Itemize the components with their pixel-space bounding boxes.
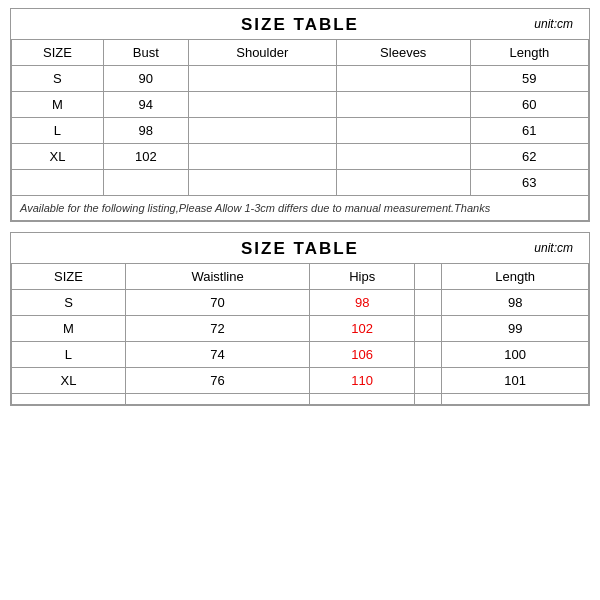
table-cell: 100: [442, 342, 589, 368]
table-cell: XL: [12, 144, 104, 170]
table-cell: [415, 290, 442, 316]
table-cell: [336, 92, 470, 118]
table1-title-row: SIZE TABLE unit:cm: [11, 9, 589, 39]
table1-note-row: Available for the following listing,Plea…: [12, 196, 589, 221]
table-cell: [12, 170, 104, 196]
table-cell: [442, 394, 589, 405]
table-row: M7210299: [12, 316, 589, 342]
table-cell: [336, 170, 470, 196]
table-cell: [103, 170, 188, 196]
table-cell: 102: [310, 316, 415, 342]
table-cell: 72: [125, 316, 309, 342]
table-row: M9460: [12, 92, 589, 118]
table-cell: [310, 394, 415, 405]
table1-title: SIZE TABLE: [241, 15, 359, 34]
table-cell: 99: [442, 316, 589, 342]
table-cell: 98: [442, 290, 589, 316]
table2-col-empty: [415, 264, 442, 290]
table-cell: [336, 118, 470, 144]
table2-unit: unit:cm: [534, 241, 573, 255]
table1-table: SIZE Bust Shoulder Sleeves Length S9059M…: [11, 39, 589, 221]
table-row: S709898: [12, 290, 589, 316]
table-cell: [188, 66, 336, 92]
table-cell: [415, 394, 442, 405]
table-cell: 94: [103, 92, 188, 118]
table1-col-length: Length: [470, 40, 588, 66]
table2-col-length: Length: [442, 264, 589, 290]
table-cell: S: [12, 66, 104, 92]
size-table-2: SIZE TABLE unit:cm SIZE Waistline Hips L…: [10, 232, 590, 406]
table-cell: 59: [470, 66, 588, 92]
table-row: XL10262: [12, 144, 589, 170]
table-cell: S: [12, 290, 126, 316]
table-cell: 106: [310, 342, 415, 368]
table-cell: M: [12, 316, 126, 342]
table1-col-bust: Bust: [103, 40, 188, 66]
table-cell: [415, 316, 442, 342]
table-cell: [188, 144, 336, 170]
table1-col-sleeves: Sleeves: [336, 40, 470, 66]
table-cell: [125, 394, 309, 405]
table2-col-size: SIZE: [12, 264, 126, 290]
table2-title: SIZE TABLE: [241, 239, 359, 258]
table2-header-row: SIZE Waistline Hips Length: [12, 264, 589, 290]
table-cell: 70: [125, 290, 309, 316]
table1-col-shoulder: Shoulder: [188, 40, 336, 66]
table-row: 63: [12, 170, 589, 196]
table-cell: 101: [442, 368, 589, 394]
table-cell: 110: [310, 368, 415, 394]
table-cell: [415, 368, 442, 394]
table-cell: [415, 342, 442, 368]
table2-title-row: SIZE TABLE unit:cm: [11, 233, 589, 263]
table2-col-waistline: Waistline: [125, 264, 309, 290]
table-cell: 76: [125, 368, 309, 394]
table-cell: [188, 118, 336, 144]
table-row: S9059: [12, 66, 589, 92]
table-cell: [12, 394, 126, 405]
table-cell: 98: [310, 290, 415, 316]
table2-table: SIZE Waistline Hips Length S709898M72102…: [11, 263, 589, 405]
table1-col-size: SIZE: [12, 40, 104, 66]
table-cell: [336, 66, 470, 92]
table-cell: 61: [470, 118, 588, 144]
table-cell: 74: [125, 342, 309, 368]
table1-note: Available for the following listing,Plea…: [12, 196, 589, 221]
table-row: L74106100: [12, 342, 589, 368]
table-cell: [188, 170, 336, 196]
table-cell: 63: [470, 170, 588, 196]
table2-col-hips: Hips: [310, 264, 415, 290]
table-cell: L: [12, 342, 126, 368]
size-table-1: SIZE TABLE unit:cm SIZE Bust Shoulder Sl…: [10, 8, 590, 222]
table-cell: [188, 92, 336, 118]
table-row: L9861: [12, 118, 589, 144]
table-cell: XL: [12, 368, 126, 394]
table-row: [12, 394, 589, 405]
table-cell: 98: [103, 118, 188, 144]
page: SIZE TABLE unit:cm SIZE Bust Shoulder Sl…: [0, 0, 600, 600]
table-cell: [336, 144, 470, 170]
table-cell: 62: [470, 144, 588, 170]
table-cell: L: [12, 118, 104, 144]
table-cell: 90: [103, 66, 188, 92]
table-cell: 102: [103, 144, 188, 170]
table-cell: M: [12, 92, 104, 118]
table-row: XL76110101: [12, 368, 589, 394]
table1-header-row: SIZE Bust Shoulder Sleeves Length: [12, 40, 589, 66]
table1-unit: unit:cm: [534, 17, 573, 31]
table-cell: 60: [470, 92, 588, 118]
